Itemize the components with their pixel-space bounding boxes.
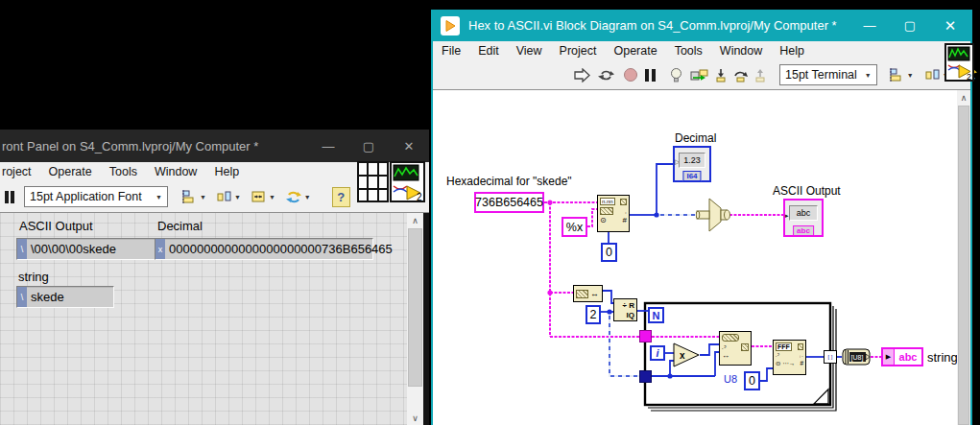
string-output-terminal[interactable]: ▶ abc [881, 347, 923, 366]
scroll-down-icon[interactable]: ∨ [407, 411, 423, 425]
ascii-output-label[interactable]: ASCII Output [773, 184, 841, 198]
scroll-up-icon[interactable]: ∧ [957, 90, 970, 105]
desktop: ront Panel on S4_Comm.lvproj/My Computer… [0, 0, 980, 425]
chevron-down-icon: ▼ [304, 194, 311, 201]
hex-constant-label[interactable]: Hexadecimal for "skede" [446, 175, 572, 188]
decimal-terminal[interactable]: ▷ 1.23 I64 [673, 146, 711, 182]
ascii-output-indicator[interactable]: \ \00\00\00skede [16, 238, 155, 260]
array-output-tunnel[interactable]: [ ] [824, 350, 837, 364]
quotient-remainder-node[interactable]: ÷ R IQ [613, 298, 637, 321]
u8-type-label[interactable]: U8 [724, 373, 737, 385]
ascii-output-terminal[interactable]: ▸ abc abc [783, 199, 824, 237]
pause-icon [652, 69, 656, 82]
scan-from-string-node[interactable]: n.nn ˒ ⊙ # [597, 195, 630, 232]
reorder-dropdown[interactable]: ▼ [285, 190, 311, 204]
menu-file[interactable]: File [433, 44, 469, 58]
multiply-node[interactable]: x [673, 342, 701, 367]
step-out-button[interactable] [753, 68, 768, 83]
menu-window[interactable]: Window [711, 44, 771, 58]
font-selector[interactable]: 15pt Application Font ▼ [24, 186, 168, 207]
align-objects-dropdown[interactable]: ▼ [889, 68, 914, 82]
block-diagram-vscrollbar[interactable]: ∧ [957, 90, 970, 425]
alignment-grid-icon[interactable] [357, 161, 389, 202]
front-panel-vscrollbar[interactable]: ∧ ∨ [407, 213, 423, 425]
scroll-up-icon[interactable]: ∧ [407, 213, 423, 227]
icon-pattern [600, 207, 613, 215]
close-icon[interactable]: ✕ [930, 10, 970, 41]
menu-operate[interactable]: Operate [605, 44, 665, 58]
step-over-button[interactable] [732, 68, 749, 83]
step-out-icon [753, 68, 768, 83]
menu-help[interactable]: Help [771, 44, 813, 58]
vi-icon[interactable]: 2 [944, 43, 974, 82]
svg-text:x: x [680, 350, 685, 361]
minimize-icon[interactable]: — [849, 10, 890, 41]
context-help-button[interactable]: ? [332, 187, 350, 207]
reorder-icon [285, 190, 302, 204]
run-button[interactable] [574, 68, 591, 83]
menu-tools[interactable]: Tools [101, 165, 146, 178]
highlight-execution-button[interactable] [669, 67, 683, 83]
run-continuously-button[interactable] [597, 68, 615, 83]
hex-string-to-number-node[interactable]: FFF ∙ᐣᛧ∙ ⊙ ⋯→ # [773, 340, 806, 375]
string-indicator[interactable]: \ skede [16, 286, 114, 308]
menu-edit[interactable]: Edit [469, 44, 508, 58]
pause-button[interactable] [645, 69, 656, 82]
front-panel-canvas[interactable]: ASCII Output \ \00\00\00skede Decimal x … [0, 213, 407, 425]
retain-wire-values-button[interactable] [690, 68, 708, 83]
hex-string-constant[interactable]: 736B656465 [474, 192, 544, 213]
abort-icon [623, 67, 638, 83]
menu-project[interactable]: roject [0, 165, 40, 178]
chevron-down-icon: ▼ [857, 72, 872, 79]
svg-text:2: 2 [967, 72, 971, 82]
string-length-node[interactable]: ↔ [573, 285, 603, 302]
type-cast-node[interactable] [696, 198, 730, 232]
probe-icon [690, 68, 708, 83]
decimal-indicator-label[interactable]: Decimal [675, 131, 716, 145]
menu-help[interactable]: Help [205, 165, 248, 178]
vi-icon[interactable]: 2 [390, 161, 425, 202]
abort-button[interactable] [623, 67, 638, 83]
pause-button[interactable] [5, 191, 14, 203]
u8-zero-constant[interactable]: 0 [744, 371, 760, 390]
align-objects-dropdown[interactable]: ▼ [181, 190, 206, 203]
pause-icon [645, 69, 649, 82]
menu-tools[interactable]: Tools [666, 44, 711, 58]
minimize-icon[interactable]: — [308, 130, 348, 162]
block-diagram-window: Hex to ASCII.vi Block Diagram on S4_Comm… [431, 10, 972, 425]
step-into-button[interactable] [713, 68, 729, 83]
decimal-indicator[interactable]: x 0000000000000000000000736B656465 [155, 238, 373, 260]
byte-array-to-string-node[interactable]: [U8] [842, 348, 872, 366]
display-style-icon[interactable]: \ [17, 287, 27, 307]
string-subset-node[interactable]: ∙ᐣ ↔ [719, 331, 752, 366]
chevron-down-icon: ▼ [234, 194, 241, 201]
integer-tunnel[interactable] [639, 370, 652, 383]
maximize-icon[interactable]: ▢ [348, 130, 389, 162]
scrollbar-thumb[interactable] [958, 106, 969, 425]
format-string-constant[interactable]: %x [562, 217, 587, 237]
string-terminal-label[interactable]: string [927, 350, 958, 365]
block-diagram-titlebar[interactable]: Hex to ASCII.vi Block Diagram on S4_Comm… [433, 10, 970, 41]
menu-operate[interactable]: Operate [40, 165, 101, 178]
maximize-icon[interactable]: ▢ [890, 10, 930, 41]
display-style-icon[interactable]: \ [17, 239, 27, 259]
scrollbar-thumb[interactable] [408, 228, 422, 387]
distribute-objects-dropdown[interactable]: ▼ [216, 190, 241, 203]
loop-iteration-terminal[interactable]: i [650, 345, 665, 361]
string-tunnel[interactable] [639, 330, 652, 342]
front-panel-titlebar[interactable]: ront Panel on S4_Comm.lvproj/My Computer… [0, 130, 429, 162]
menu-window[interactable]: Window [146, 165, 205, 178]
loop-count-terminal[interactable]: N [648, 307, 664, 323]
resize-objects-dropdown[interactable]: ▼ [251, 190, 275, 203]
decimal-label: Decimal [157, 219, 203, 233]
block-diagram-canvas[interactable]: Hexadecimal for "skede" 736B656465 %x n.… [433, 90, 957, 425]
radix-icon[interactable]: x [155, 239, 165, 259]
close-icon[interactable]: ✕ [389, 130, 429, 162]
align-objects-icon [181, 190, 198, 203]
two-constant[interactable]: 2 [586, 305, 601, 324]
menu-view[interactable]: View [508, 44, 551, 58]
menu-project[interactable]: Project [551, 44, 606, 58]
font-selector[interactable]: 15pt Terminal ▼ [779, 64, 877, 85]
scan-default-constant[interactable]: 0 [601, 243, 617, 262]
resize-objects-icon [251, 190, 267, 203]
